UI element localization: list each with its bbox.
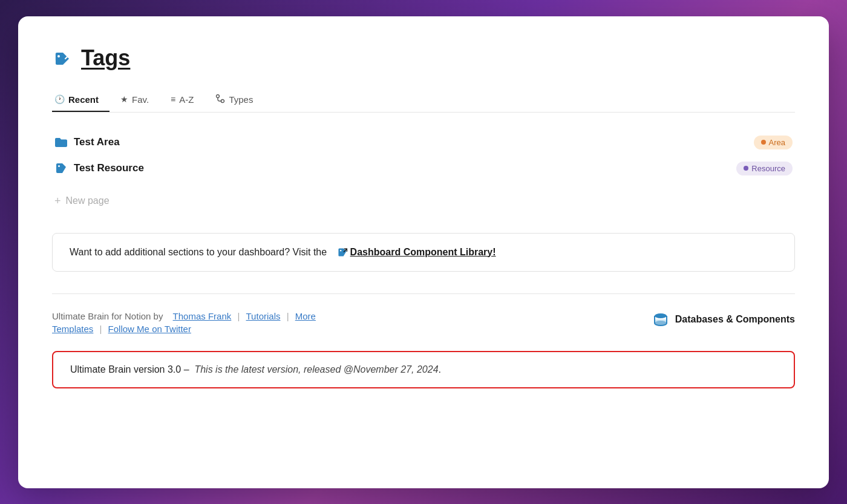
- title-row: Tags: [52, 45, 795, 71]
- svg-point-2: [217, 94, 220, 97]
- version-suffix: .: [439, 364, 441, 375]
- tab-recent[interactable]: 🕐 Recent: [52, 88, 110, 112]
- item-label-test-area: Test Area: [74, 136, 120, 148]
- templates-link[interactable]: Templates: [52, 324, 93, 334]
- tab-fav[interactable]: ★ Fav.: [110, 88, 160, 112]
- twitter-link[interactable]: Follow Me on Twitter: [108, 324, 191, 334]
- plus-icon: +: [54, 195, 61, 208]
- tags-icon: [52, 47, 75, 70]
- folder-icon: [54, 136, 68, 149]
- list-item[interactable]: Test Resource Resource: [52, 155, 795, 182]
- tutorials-link[interactable]: Tutorials: [246, 311, 281, 321]
- types-icon: [215, 94, 225, 105]
- dashboard-library-label: Dashboard Component Library!: [350, 247, 496, 258]
- items-list: Test Area Area Test Resource Resou: [52, 129, 795, 182]
- footer-prefix: Ultimate Brain for Notion by: [52, 311, 163, 321]
- badge-area: Area: [754, 136, 793, 149]
- badge-dot-area: [761, 140, 766, 145]
- az-icon: ≡: [171, 94, 175, 104]
- svg-point-3: [221, 99, 224, 102]
- tab-types[interactable]: Types: [204, 88, 264, 113]
- badge-dot-resource: [744, 166, 748, 171]
- page-title: Tags: [81, 45, 130, 71]
- footer-left: Ultimate Brain for Notion by Thomas Fran…: [52, 311, 316, 334]
- footer-area: Ultimate Brain for Notion by Thomas Fran…: [52, 311, 795, 334]
- svg-point-1: [57, 55, 60, 57]
- banner-text-before: Want to add additional sections to your …: [70, 247, 327, 258]
- tag-icon: [54, 162, 68, 175]
- list-item[interactable]: Test Area Area: [52, 129, 795, 155]
- main-window: Tags 🕐 Recent ★ Fav. ≡ A-Z Types: [18, 16, 829, 488]
- tabs-row: 🕐 Recent ★ Fav. ≡ A-Z Types: [52, 88, 795, 113]
- new-page-button[interactable]: + New page: [52, 189, 795, 214]
- more-link[interactable]: More: [295, 311, 316, 321]
- databases-label: Databases & Components: [675, 314, 795, 325]
- fav-icon: ★: [120, 94, 128, 104]
- badge-resource: Resource: [736, 162, 793, 175]
- svg-point-4: [58, 165, 60, 167]
- svg-point-6: [655, 313, 667, 318]
- svg-point-7: [655, 321, 667, 326]
- databases-icon: [652, 311, 669, 328]
- tab-az[interactable]: ≡ A-Z: [160, 88, 204, 112]
- version-italic: This is the latest version, released @No…: [194, 364, 438, 375]
- svg-point-5: [340, 249, 341, 250]
- item-label-test-resource: Test Resource: [74, 162, 144, 174]
- dashboard-library-link[interactable]: Dashboard Component Library!: [337, 247, 496, 258]
- footer-line-2: Templates | Follow Me on Twitter: [52, 324, 316, 334]
- section-divider: [52, 293, 795, 294]
- footer-right: Databases & Components: [652, 311, 795, 328]
- new-page-label: New page: [66, 195, 110, 206]
- recent-icon: 🕐: [54, 94, 65, 104]
- author-link[interactable]: Thomas Frank: [173, 311, 232, 321]
- info-banner: Want to add additional sections to your …: [52, 233, 795, 272]
- version-prefix: Ultimate Brain version 3.0 –: [70, 364, 189, 375]
- footer-line-1: Ultimate Brain for Notion by Thomas Fran…: [52, 311, 316, 321]
- version-box: Ultimate Brain version 3.0 – This is the…: [52, 351, 795, 388]
